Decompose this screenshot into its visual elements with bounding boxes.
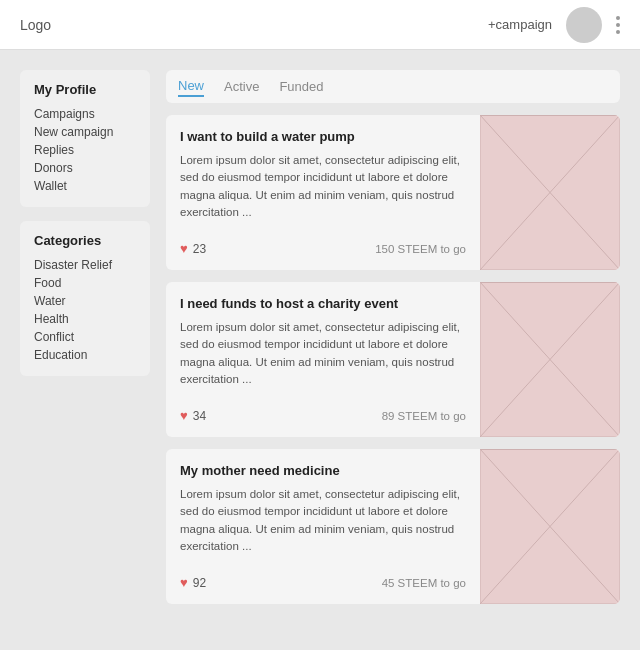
tab-funded[interactable]: Funded [279,77,323,96]
sidebar-item-donors[interactable]: Donors [34,159,136,177]
card-text-3: My mother need medicine Lorem ipsum dolo… [166,449,480,604]
card-like-count-3: 92 [193,576,206,590]
campaign-card-3[interactable]: My mother need medicine Lorem ipsum dolo… [166,449,620,604]
sidebar-item-disaster-relief[interactable]: Disaster Relief [34,256,136,274]
profile-section-title: My Profile [34,82,136,97]
card-likes-3: ♥ 92 [180,575,206,590]
tabs-bar: New Active Funded [166,70,620,103]
sidebar-item-new-campaign[interactable]: New campaign [34,123,136,141]
topbar: Logo +campaign [0,0,640,50]
categories-section-title: Categories [34,233,136,248]
campaign-card-1[interactable]: I want to build a water pump Lorem ipsum… [166,115,620,270]
sidebar: My Profile Campaigns New campaign Replie… [20,70,150,630]
card-image-3 [480,449,620,604]
add-campaign-button[interactable]: +campaign [488,17,552,32]
sidebar-item-conflict[interactable]: Conflict [34,328,136,346]
more-options-button[interactable] [616,16,620,34]
card-desc-3: Lorem ipsum dolor sit amet, consectetur … [180,486,466,555]
campaign-card-2[interactable]: I need funds to host a charity event Lor… [166,282,620,437]
content-area: New Active Funded I want to build a wate… [166,70,620,630]
topbar-right: +campaign [488,7,620,43]
avatar[interactable] [566,7,602,43]
card-image-2 [480,282,620,437]
card-like-count-2: 34 [193,409,206,423]
card-footer-2: ♥ 34 89 STEEM to go [180,408,466,423]
heart-icon-1: ♥ [180,241,188,256]
sidebar-item-food[interactable]: Food [34,274,136,292]
card-likes-2: ♥ 34 [180,408,206,423]
sidebar-item-replies[interactable]: Replies [34,141,136,159]
card-likes-1: ♥ 23 [180,241,206,256]
card-steem-1: 150 STEEM to go [375,243,466,255]
card-like-count-1: 23 [193,242,206,256]
profile-section: My Profile Campaigns New campaign Replie… [20,70,150,207]
card-desc-2: Lorem ipsum dolor sit amet, consectetur … [180,319,466,388]
sidebar-item-wallet[interactable]: Wallet [34,177,136,195]
tab-new[interactable]: New [178,76,204,97]
card-title-3: My mother need medicine [180,463,466,478]
card-footer-3: ♥ 92 45 STEEM to go [180,575,466,590]
heart-icon-3: ♥ [180,575,188,590]
main-layout: My Profile Campaigns New campaign Replie… [0,50,640,650]
card-title-2: I need funds to host a charity event [180,296,466,311]
sidebar-item-campaigns[interactable]: Campaigns [34,105,136,123]
card-image-1 [480,115,620,270]
card-desc-1: Lorem ipsum dolor sit amet, consectetur … [180,152,466,221]
card-text-2: I need funds to host a charity event Lor… [166,282,480,437]
card-footer-1: ♥ 23 150 STEEM to go [180,241,466,256]
sidebar-item-health[interactable]: Health [34,310,136,328]
categories-section: Categories Disaster Relief Food Water He… [20,221,150,376]
card-title-1: I want to build a water pump [180,129,466,144]
heart-icon-2: ♥ [180,408,188,423]
sidebar-item-education[interactable]: Education [34,346,136,364]
card-steem-2: 89 STEEM to go [382,410,466,422]
logo: Logo [20,17,51,33]
sidebar-item-water[interactable]: Water [34,292,136,310]
card-text-1: I want to build a water pump Lorem ipsum… [166,115,480,270]
card-steem-3: 45 STEEM to go [382,577,466,589]
tab-active[interactable]: Active [224,77,259,96]
